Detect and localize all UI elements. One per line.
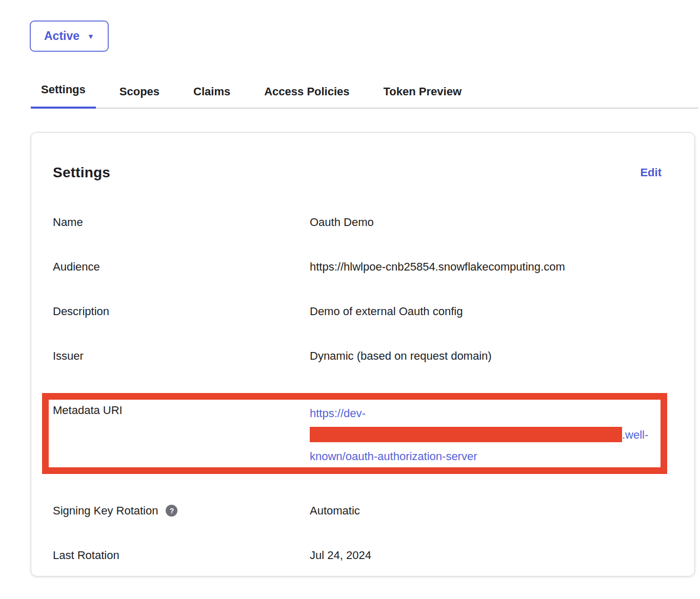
field-label: Name (53, 215, 310, 230)
help-icon[interactable]: ? (166, 505, 177, 517)
field-label: Last Rotation (53, 548, 310, 563)
field-row-signing-key-rotation: Signing Key Rotation ? Automatic (53, 503, 673, 519)
field-value: Jul 24, 2024 (310, 548, 673, 563)
tab-bar: Settings Scopes Claims Access Policies T… (31, 79, 698, 109)
field-label: Audience (53, 259, 310, 275)
redaction-bar (310, 427, 622, 442)
field-row-issuer: Issuer Dynamic (based on request domain) (53, 348, 673, 364)
field-row-name: Name Oauth Demo (53, 215, 673, 230)
field-label: Metadata URI (53, 403, 310, 467)
edit-button[interactable]: Edit (640, 166, 662, 179)
field-value: https://hlwlpoe-cnb25854.snowflakecomput… (310, 259, 673, 275)
settings-card: Settings Edit Name Oauth Demo Audience h… (31, 132, 695, 576)
metadata-uri-link: https://dev- .well- known/oauth-authoriz… (310, 403, 661, 467)
metadata-uri-line3[interactable]: known/oauth-authorization-server (310, 450, 477, 463)
tab-settings[interactable]: Settings (31, 79, 96, 109)
field-row-description: Description Demo of external Oauth confi… (53, 304, 673, 319)
field-row-audience: Audience https://hlwlpoe-cnb25854.snowfl… (53, 259, 673, 275)
card-title: Settings (53, 164, 110, 181)
field-row-metadata-uri: Metadata URI https://dev- .well- known/o… (53, 403, 661, 467)
field-value: Dynamic (based on request domain) (310, 348, 673, 364)
card-header: Settings Edit (53, 164, 673, 181)
metadata-uri-line1[interactable]: https://dev- (310, 407, 366, 420)
field-label: Signing Key Rotation ? (53, 503, 310, 519)
field-value: Automatic (310, 503, 673, 519)
field-value: Oauth Demo (310, 215, 673, 230)
tab-token-preview[interactable]: Token Preview (373, 81, 472, 109)
tab-scopes[interactable]: Scopes (109, 81, 170, 109)
metadata-uri-line2-suffix[interactable]: .well- (622, 428, 648, 441)
field-row-last-rotation: Last Rotation Jul 24, 2024 (53, 548, 673, 563)
field-label: Description (53, 304, 310, 319)
caret-down-icon: ▼ (87, 33, 94, 40)
field-label: Issuer (53, 348, 310, 364)
field-label-text: Signing Key Rotation (53, 503, 158, 519)
field-value: Demo of external Oauth config (310, 304, 673, 319)
tab-access-policies[interactable]: Access Policies (254, 81, 359, 109)
tab-claims[interactable]: Claims (183, 81, 241, 109)
status-dropdown-button[interactable]: Active ▼ (30, 20, 109, 52)
annotation-highlight-box: Metadata URI https://dev- .well- known/o… (42, 393, 667, 474)
status-label: Active (44, 29, 79, 43)
